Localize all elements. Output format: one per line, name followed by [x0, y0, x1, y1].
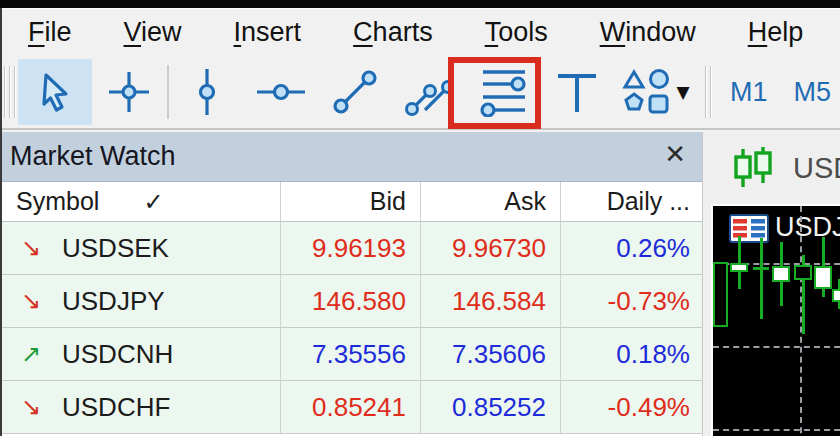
arrow-down-icon: ↘: [16, 287, 46, 315]
table-row-usdsek[interactable]: ↘USDSEK9.961939.967300.26%: [0, 222, 702, 275]
column-header-bid[interactable]: Bid: [280, 182, 420, 221]
timeframe-m1-button[interactable]: M1: [730, 77, 768, 108]
crosshair-icon: [106, 69, 152, 115]
arrow-down-icon: ↘: [16, 393, 46, 421]
window-top-strip: [0, 0, 840, 8]
menu-item-tools[interactable]: Tools: [485, 17, 548, 48]
chart-symbol-label: USDJ: [775, 212, 840, 243]
bid-value: 7.35556: [280, 328, 420, 380]
daily-value: 0.26%: [560, 222, 702, 274]
toolbar-grip-2[interactable]: [700, 66, 716, 118]
market-watch-panel: Market Watch ✕ Symbol ✓ Bid Ask Daily ..…: [0, 132, 702, 436]
toolbar-grip[interactable]: [2, 66, 18, 118]
window-left-border: [0, 8, 2, 436]
ask-value: 9.96730: [420, 222, 560, 274]
levels-icon: [477, 67, 529, 117]
bid-value: 146.580: [280, 275, 420, 327]
chart-tab-label: USD: [793, 152, 840, 185]
drawing-toolbar: ▼ M1 M5: [0, 56, 840, 130]
horizontal-line-icon: [254, 70, 308, 114]
crosshair-tool-button[interactable]: [92, 59, 166, 125]
daily-value: -0.49%: [560, 381, 702, 433]
equidistant-channel-icon: [405, 68, 453, 116]
candle-body: [832, 289, 840, 302]
arrow-up-icon: ↗: [16, 340, 46, 368]
candle-wick: [760, 238, 763, 319]
cursor-tool-button[interactable]: [18, 59, 92, 125]
symbol-badge-icon: [729, 214, 769, 243]
market-watch-title-bar: Market Watch ✕: [0, 132, 702, 182]
shapes-dropdown-caret-icon[interactable]: ▼: [676, 82, 689, 102]
market-watch-header-row: Symbol ✓ Bid Ask Daily ...: [0, 182, 702, 222]
menu-item-file[interactable]: File: [28, 17, 72, 48]
close-icon[interactable]: ✕: [664, 139, 686, 169]
bid-value: 9.96193: [280, 222, 420, 274]
trendline-icon: [332, 69, 378, 115]
menu-item-help[interactable]: Help: [748, 17, 804, 48]
column-header-daily[interactable]: Daily ...: [560, 182, 702, 221]
market-watch-title: Market Watch: [10, 141, 176, 172]
equidistant-channel-tool-button[interactable]: [392, 59, 466, 125]
vertical-line-tool-button[interactable]: [170, 59, 244, 125]
candle-body: [753, 267, 769, 270]
menu-item-view[interactable]: View: [124, 17, 182, 48]
ask-value: 146.584: [420, 275, 560, 327]
trendline-tool-button[interactable]: [318, 59, 392, 125]
arrow-down-icon: ↘: [16, 234, 46, 262]
market-watch-rows: ↘USDSEK9.961939.967300.26%↘USDJPY146.580…: [0, 222, 702, 434]
daily-value: -0.73%: [560, 275, 702, 327]
candle-body: [730, 263, 748, 272]
menu-bar: FileViewInsertChartsToolsWindowHelp: [0, 8, 840, 56]
levels-tool-button[interactable]: [466, 59, 540, 125]
vertical-line-icon: [184, 67, 230, 117]
gridline-horizontal: [713, 346, 840, 348]
table-row-usdchf[interactable]: ↘USDCHF0.852410.85252-0.49%: [0, 381, 702, 434]
gridline-horizontal: [713, 429, 840, 431]
toolbar-separator: [167, 65, 169, 119]
symbol-name: USDJPY: [62, 286, 165, 317]
candle-body: [713, 262, 728, 327]
text-icon: [555, 69, 599, 115]
chart-tab[interactable]: USD: [703, 132, 840, 204]
horizontal-line-tool-button[interactable]: [244, 59, 318, 125]
timeframe-m5-button[interactable]: M5: [794, 77, 832, 108]
ask-value: 0.85252: [420, 381, 560, 433]
shapes-tool-button[interactable]: ▼: [614, 59, 698, 125]
table-row-usdcnh[interactable]: ↗USDCNH7.355567.356060.18%: [0, 328, 702, 381]
candlestick-chart-icon: [731, 145, 777, 191]
candle-body: [794, 265, 812, 280]
menu-item-charts[interactable]: Charts: [353, 17, 433, 48]
menu-item-window[interactable]: Window: [600, 17, 696, 48]
candle-body: [814, 266, 832, 289]
symbol-name: USDSEK: [62, 233, 169, 264]
menu-item-insert[interactable]: Insert: [234, 17, 302, 48]
bid-value: 0.85241: [280, 381, 420, 433]
shapes-icon: [622, 68, 674, 116]
table-row-usdjpy[interactable]: ↘USDJPY146.580146.584-0.73%: [0, 275, 702, 328]
text-tool-button[interactable]: [540, 59, 614, 125]
daily-value: 0.18%: [560, 328, 702, 380]
symbol-name: USDCHF: [62, 392, 170, 423]
column-header-symbol[interactable]: Symbol ✓: [0, 182, 280, 221]
cursor-icon: [33, 70, 77, 114]
check-icon: ✓: [143, 188, 163, 216]
ask-value: 7.35606: [420, 328, 560, 380]
chart-area: USD USDJ: [702, 132, 840, 436]
chart-canvas[interactable]: USDJ: [711, 204, 840, 436]
candle-body: [772, 266, 790, 282]
column-header-ask[interactable]: Ask: [420, 182, 560, 221]
symbol-name: USDCNH: [62, 339, 173, 370]
